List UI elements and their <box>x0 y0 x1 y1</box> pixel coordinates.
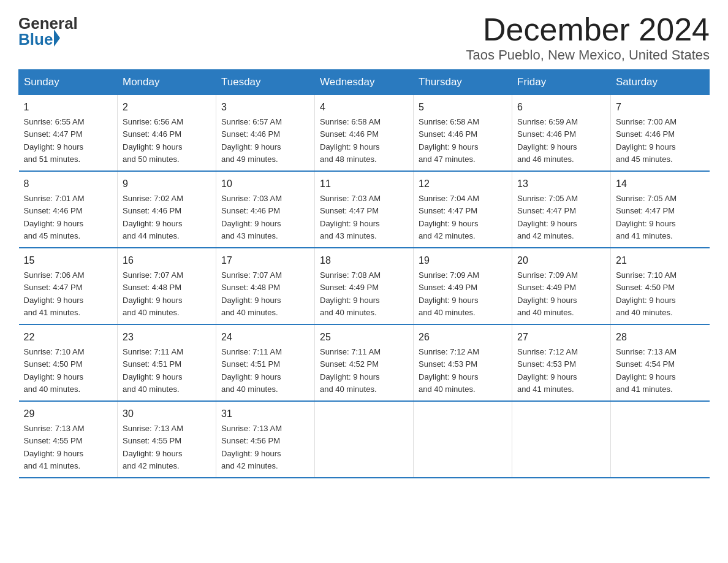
table-row: 15 Sunrise: 7:06 AMSunset: 4:47 PMDaylig… <box>19 248 118 324</box>
col-wednesday: Wednesday <box>315 70 414 95</box>
table-row: 20 Sunrise: 7:09 AMSunset: 4:49 PMDaylig… <box>512 248 611 324</box>
logo-blue-text: Blue <box>18 31 53 47</box>
day-info: Sunrise: 7:09 AMSunset: 4:49 PMDaylight:… <box>517 270 578 317</box>
day-number: 28 <box>616 330 705 345</box>
day-info: Sunrise: 7:00 AMSunset: 4:46 PMDaylight:… <box>616 117 677 164</box>
day-info: Sunrise: 7:11 AMSunset: 4:52 PMDaylight:… <box>320 347 381 394</box>
calendar-header: Sunday Monday Tuesday Wednesday Thursday… <box>19 70 710 95</box>
table-row: 26 Sunrise: 7:12 AMSunset: 4:53 PMDaylig… <box>414 324 512 401</box>
day-info: Sunrise: 7:13 AMSunset: 4:55 PMDaylight:… <box>24 424 85 470</box>
col-monday: Monday <box>118 70 216 95</box>
table-row: 6 Sunrise: 6:59 AMSunset: 4:46 PMDayligh… <box>512 95 611 172</box>
table-row: 29 Sunrise: 7:13 AMSunset: 4:55 PMDaylig… <box>19 401 118 478</box>
day-info: Sunrise: 7:01 AMSunset: 4:46 PMDaylight:… <box>24 194 85 240</box>
day-number: 21 <box>616 253 705 268</box>
day-number: 8 <box>24 177 113 191</box>
col-tuesday: Tuesday <box>216 70 315 95</box>
day-number: 7 <box>616 100 705 115</box>
day-info: Sunrise: 7:05 AMSunset: 4:47 PMDaylight:… <box>517 194 578 240</box>
table-row <box>414 401 512 478</box>
day-number: 15 <box>24 253 113 268</box>
day-info: Sunrise: 6:58 AMSunset: 4:46 PMDaylight:… <box>419 117 479 164</box>
table-row: 3 Sunrise: 6:57 AMSunset: 4:46 PMDayligh… <box>216 95 315 172</box>
table-row <box>315 401 414 478</box>
day-info: Sunrise: 7:03 AMSunset: 4:46 PMDaylight:… <box>221 194 282 240</box>
day-number: 19 <box>419 253 507 268</box>
day-number: 26 <box>419 330 507 345</box>
col-thursday: Thursday <box>414 70 512 95</box>
day-info: Sunrise: 7:06 AMSunset: 4:47 PMDaylight:… <box>24 270 85 317</box>
table-row: 19 Sunrise: 7:09 AMSunset: 4:49 PMDaylig… <box>414 248 512 324</box>
table-row: 22 Sunrise: 7:10 AMSunset: 4:50 PMDaylig… <box>19 324 118 401</box>
day-info: Sunrise: 7:11 AMSunset: 4:51 PMDaylight:… <box>221 347 282 394</box>
day-info: Sunrise: 7:07 AMSunset: 4:48 PMDaylight:… <box>123 270 183 317</box>
day-number: 24 <box>221 330 309 345</box>
day-number: 4 <box>320 100 408 115</box>
day-info: Sunrise: 7:04 AMSunset: 4:47 PMDaylight:… <box>419 194 479 240</box>
calendar-table: Sunday Monday Tuesday Wednesday Thursday… <box>18 69 710 478</box>
day-info: Sunrise: 7:10 AMSunset: 4:50 PMDaylight:… <box>24 347 85 394</box>
day-number: 16 <box>123 253 211 268</box>
table-row: 24 Sunrise: 7:11 AMSunset: 4:51 PMDaylig… <box>216 324 315 401</box>
calendar-body: 1 Sunrise: 6:55 AMSunset: 4:47 PMDayligh… <box>19 95 710 478</box>
table-row: 11 Sunrise: 7:03 AMSunset: 4:47 PMDaylig… <box>315 171 414 248</box>
table-row: 1 Sunrise: 6:55 AMSunset: 4:47 PMDayligh… <box>19 95 118 172</box>
day-number: 5 <box>419 100 507 115</box>
day-info: Sunrise: 7:08 AMSunset: 4:49 PMDaylight:… <box>320 270 381 317</box>
day-info: Sunrise: 6:59 AMSunset: 4:46 PMDaylight:… <box>517 117 578 164</box>
table-row: 16 Sunrise: 7:07 AMSunset: 4:48 PMDaylig… <box>118 248 216 324</box>
day-info: Sunrise: 7:05 AMSunset: 4:47 PMDaylight:… <box>616 194 677 240</box>
location-subtitle: Taos Pueblo, New Mexico, United States <box>466 47 710 63</box>
day-info: Sunrise: 7:02 AMSunset: 4:46 PMDaylight:… <box>123 194 183 240</box>
day-number: 2 <box>123 100 211 115</box>
table-row: 18 Sunrise: 7:08 AMSunset: 4:49 PMDaylig… <box>315 248 414 324</box>
table-row: 13 Sunrise: 7:05 AMSunset: 4:47 PMDaylig… <box>512 171 611 248</box>
day-number: 6 <box>517 100 605 115</box>
calendar-week-row: 22 Sunrise: 7:10 AMSunset: 4:50 PMDaylig… <box>19 324 710 401</box>
table-row: 31 Sunrise: 7:13 AMSunset: 4:56 PMDaylig… <box>216 401 315 478</box>
day-number: 11 <box>320 177 408 191</box>
table-row: 10 Sunrise: 7:03 AMSunset: 4:46 PMDaylig… <box>216 171 315 248</box>
day-number: 20 <box>517 253 605 268</box>
month-year-heading: December 2024 <box>466 12 710 47</box>
day-number: 12 <box>419 177 507 191</box>
header-row: Sunday Monday Tuesday Wednesday Thursday… <box>19 70 710 95</box>
calendar-week-row: 1 Sunrise: 6:55 AMSunset: 4:47 PMDayligh… <box>19 95 710 172</box>
day-info: Sunrise: 7:09 AMSunset: 4:49 PMDaylight:… <box>419 270 479 317</box>
table-row: 5 Sunrise: 6:58 AMSunset: 4:46 PMDayligh… <box>414 95 512 172</box>
day-number: 22 <box>24 330 113 345</box>
day-info: Sunrise: 6:58 AMSunset: 4:46 PMDaylight:… <box>320 117 381 164</box>
day-number: 23 <box>123 330 211 345</box>
day-info: Sunrise: 6:57 AMSunset: 4:46 PMDaylight:… <box>221 117 282 164</box>
table-row: 25 Sunrise: 7:11 AMSunset: 4:52 PMDaylig… <box>315 324 414 401</box>
col-sunday: Sunday <box>19 70 118 95</box>
logo: General Blue <box>18 12 78 47</box>
table-row: 2 Sunrise: 6:56 AMSunset: 4:46 PMDayligh… <box>118 95 216 172</box>
day-info: Sunrise: 6:55 AMSunset: 4:47 PMDaylight:… <box>24 117 85 164</box>
col-saturday: Saturday <box>611 70 710 95</box>
day-number: 31 <box>221 407 309 421</box>
day-number: 10 <box>221 177 309 191</box>
logo-general-text: General <box>18 15 78 31</box>
table-row: 27 Sunrise: 7:12 AMSunset: 4:53 PMDaylig… <box>512 324 611 401</box>
day-number: 27 <box>517 330 605 345</box>
day-info: Sunrise: 7:13 AMSunset: 4:54 PMDaylight:… <box>616 347 677 394</box>
table-row: 8 Sunrise: 7:01 AMSunset: 4:46 PMDayligh… <box>19 171 118 248</box>
day-info: Sunrise: 7:03 AMSunset: 4:47 PMDaylight:… <box>320 194 381 240</box>
calendar-week-row: 29 Sunrise: 7:13 AMSunset: 4:55 PMDaylig… <box>19 401 710 478</box>
table-row: 12 Sunrise: 7:04 AMSunset: 4:47 PMDaylig… <box>414 171 512 248</box>
day-number: 14 <box>616 177 705 191</box>
day-info: Sunrise: 7:13 AMSunset: 4:56 PMDaylight:… <box>221 424 282 470</box>
table-row: 14 Sunrise: 7:05 AMSunset: 4:47 PMDaylig… <box>611 171 710 248</box>
day-info: Sunrise: 7:13 AMSunset: 4:55 PMDaylight:… <box>123 424 183 470</box>
table-row: 21 Sunrise: 7:10 AMSunset: 4:50 PMDaylig… <box>611 248 710 324</box>
day-number: 1 <box>24 100 113 115</box>
day-info: Sunrise: 7:12 AMSunset: 4:53 PMDaylight:… <box>517 347 578 394</box>
page-header: General Blue December 2024 Taos Pueblo, … <box>18 12 710 63</box>
table-row: 28 Sunrise: 7:13 AMSunset: 4:54 PMDaylig… <box>611 324 710 401</box>
table-row: 7 Sunrise: 7:00 AMSunset: 4:46 PMDayligh… <box>611 95 710 172</box>
day-number: 9 <box>123 177 211 191</box>
day-number: 17 <box>221 253 309 268</box>
table-row: 17 Sunrise: 7:07 AMSunset: 4:48 PMDaylig… <box>216 248 315 324</box>
table-row: 30 Sunrise: 7:13 AMSunset: 4:55 PMDaylig… <box>118 401 216 478</box>
